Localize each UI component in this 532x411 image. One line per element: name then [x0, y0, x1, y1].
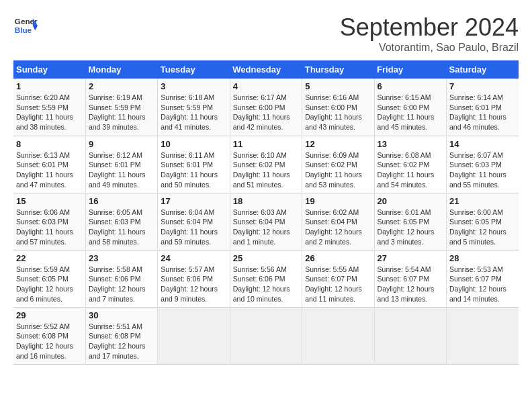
- calendar-cell: 27 Sunrise: 5:54 AM Sunset: 6:07 PM Dayl…: [374, 250, 446, 307]
- day-number: 24: [161, 253, 226, 263]
- day-info: Sunrise: 5:52 AM Sunset: 6:08 PM Dayligh…: [16, 322, 83, 361]
- calendar-cell: 30 Sunrise: 5:51 AM Sunset: 6:08 PM Dayl…: [85, 307, 157, 364]
- day-info: Sunrise: 5:55 AM Sunset: 6:07 PM Dayligh…: [305, 265, 371, 304]
- day-info: Sunrise: 6:11 AM Sunset: 6:01 PM Dayligh…: [161, 150, 226, 190]
- day-number: 25: [233, 253, 299, 263]
- day-number: 27: [378, 253, 443, 263]
- svg-text:Blue: Blue: [15, 26, 32, 34]
- day-info: Sunrise: 6:00 AM Sunset: 6:05 PM Dayligh…: [449, 208, 516, 247]
- calendar-cell: 6 Sunrise: 6:15 AM Sunset: 6:00 PM Dayli…: [374, 79, 446, 136]
- day-number: 13: [378, 139, 443, 149]
- day-info: Sunrise: 5:57 AM Sunset: 6:06 PM Dayligh…: [161, 265, 226, 304]
- header-sunday: Sunday: [13, 60, 85, 79]
- header-monday: Monday: [85, 60, 157, 79]
- calendar-cell: 25 Sunrise: 5:56 AM Sunset: 6:06 PM Dayl…: [230, 250, 302, 307]
- calendar-cell: 19 Sunrise: 6:02 AM Sunset: 6:04 PM Dayl…: [302, 193, 374, 250]
- calendar-cell: [374, 307, 446, 364]
- day-info: Sunrise: 6:05 AM Sunset: 6:03 PM Dayligh…: [89, 208, 154, 247]
- day-info: Sunrise: 6:02 AM Sunset: 6:04 PM Dayligh…: [305, 208, 371, 247]
- calendar-cell: 21 Sunrise: 6:00 AM Sunset: 6:05 PM Dayl…: [447, 193, 519, 250]
- header-saturday: Saturday: [447, 60, 519, 79]
- day-info: Sunrise: 6:03 AM Sunset: 6:04 PM Dayligh…: [233, 208, 299, 247]
- calendar-cell: 24 Sunrise: 5:57 AM Sunset: 6:06 PM Dayl…: [158, 250, 230, 307]
- day-info: Sunrise: 6:07 AM Sunset: 6:03 PM Dayligh…: [449, 150, 516, 190]
- day-number: 5: [305, 81, 371, 91]
- day-number: 8: [16, 139, 83, 149]
- header-friday: Friday: [374, 60, 446, 79]
- calendar-cell: 5 Sunrise: 6:16 AM Sunset: 6:00 PM Dayli…: [302, 79, 374, 136]
- day-info: Sunrise: 6:20 AM Sunset: 5:59 PM Dayligh…: [16, 93, 83, 132]
- day-info: Sunrise: 5:53 AM Sunset: 6:07 PM Dayligh…: [449, 265, 516, 304]
- calendar-cell: 28 Sunrise: 5:53 AM Sunset: 6:07 PM Dayl…: [447, 250, 519, 307]
- month-title: September 2024: [340, 13, 519, 42]
- day-info: Sunrise: 6:13 AM Sunset: 6:01 PM Dayligh…: [16, 150, 83, 190]
- calendar-cell: 4 Sunrise: 6:17 AM Sunset: 6:00 PM Dayli…: [230, 79, 302, 136]
- logo: General Blue: [13, 13, 38, 38]
- day-info: Sunrise: 6:15 AM Sunset: 6:00 PM Dayligh…: [378, 93, 443, 132]
- day-info: Sunrise: 6:18 AM Sunset: 5:59 PM Dayligh…: [161, 93, 226, 132]
- calendar-cell: 17 Sunrise: 6:04 AM Sunset: 6:04 PM Dayl…: [158, 193, 230, 250]
- day-number: 26: [305, 253, 371, 263]
- day-number: 4: [233, 81, 299, 91]
- calendar-table: Sunday Monday Tuesday Wednesday Thursday…: [13, 60, 519, 365]
- day-number: 10: [161, 139, 226, 149]
- calendar-cell: 8 Sunrise: 6:13 AM Sunset: 6:01 PM Dayli…: [13, 136, 85, 193]
- day-info: Sunrise: 6:01 AM Sunset: 6:05 PM Dayligh…: [378, 208, 443, 247]
- day-number: 3: [161, 81, 226, 91]
- day-info: Sunrise: 6:06 AM Sunset: 6:03 PM Dayligh…: [16, 208, 83, 247]
- calendar-cell: 13 Sunrise: 6:08 AM Sunset: 6:02 PM Dayl…: [374, 136, 446, 193]
- day-number: 1: [16, 81, 83, 91]
- day-info: Sunrise: 6:04 AM Sunset: 6:04 PM Dayligh…: [161, 208, 226, 247]
- day-info: Sunrise: 6:10 AM Sunset: 6:02 PM Dayligh…: [233, 150, 299, 190]
- page-header: General Blue September 2024 Votorantim, …: [13, 13, 519, 54]
- day-number: 23: [89, 253, 154, 263]
- day-info: Sunrise: 5:58 AM Sunset: 6:06 PM Dayligh…: [89, 265, 154, 304]
- calendar-cell: 10 Sunrise: 6:11 AM Sunset: 6:01 PM Dayl…: [158, 136, 230, 193]
- calendar-cell: 2 Sunrise: 6:19 AM Sunset: 5:59 PM Dayli…: [85, 79, 157, 136]
- calendar-cell: 14 Sunrise: 6:07 AM Sunset: 6:03 PM Dayl…: [447, 136, 519, 193]
- week-row-5: 29 Sunrise: 5:52 AM Sunset: 6:08 PM Dayl…: [13, 307, 519, 364]
- weekday-header-row: Sunday Monday Tuesday Wednesday Thursday…: [13, 60, 519, 79]
- week-row-4: 22 Sunrise: 5:59 AM Sunset: 6:05 PM Dayl…: [13, 250, 519, 307]
- day-number: 6: [378, 81, 443, 91]
- week-row-1: 1 Sunrise: 6:20 AM Sunset: 5:59 PM Dayli…: [13, 79, 519, 136]
- day-number: 12: [305, 139, 371, 149]
- calendar-cell: 3 Sunrise: 6:18 AM Sunset: 5:59 PM Dayli…: [158, 79, 230, 136]
- day-info: Sunrise: 6:19 AM Sunset: 5:59 PM Dayligh…: [89, 93, 154, 132]
- day-number: 22: [16, 253, 83, 263]
- day-number: 17: [161, 196, 226, 206]
- day-number: 2: [89, 81, 154, 91]
- day-number: 11: [233, 139, 299, 149]
- calendar-cell: 26 Sunrise: 5:55 AM Sunset: 6:07 PM Dayl…: [302, 250, 374, 307]
- calendar-cell: [158, 307, 230, 364]
- calendar-cell: 23 Sunrise: 5:58 AM Sunset: 6:06 PM Dayl…: [85, 250, 157, 307]
- header-wednesday: Wednesday: [230, 60, 302, 79]
- day-info: Sunrise: 5:59 AM Sunset: 6:05 PM Dayligh…: [16, 265, 83, 304]
- week-row-2: 8 Sunrise: 6:13 AM Sunset: 6:01 PM Dayli…: [13, 136, 519, 193]
- title-block: September 2024 Votorantim, Sao Paulo, Br…: [340, 13, 519, 54]
- day-number: 18: [233, 196, 299, 206]
- day-info: Sunrise: 6:16 AM Sunset: 6:00 PM Dayligh…: [305, 93, 371, 132]
- calendar-cell: [447, 307, 519, 364]
- calendar-cell: [230, 307, 302, 364]
- day-number: 19: [305, 196, 371, 206]
- calendar-cell: 22 Sunrise: 5:59 AM Sunset: 6:05 PM Dayl…: [13, 250, 85, 307]
- day-number: 21: [449, 196, 516, 206]
- calendar-cell: 15 Sunrise: 6:06 AM Sunset: 6:03 PM Dayl…: [13, 193, 85, 250]
- day-info: Sunrise: 6:08 AM Sunset: 6:02 PM Dayligh…: [378, 150, 443, 190]
- day-number: 28: [449, 253, 516, 263]
- day-number: 30: [89, 310, 154, 320]
- day-info: Sunrise: 6:09 AM Sunset: 6:02 PM Dayligh…: [305, 150, 371, 190]
- calendar-cell: 1 Sunrise: 6:20 AM Sunset: 5:59 PM Dayli…: [13, 79, 85, 136]
- day-number: 15: [16, 196, 83, 206]
- calendar-cell: 16 Sunrise: 6:05 AM Sunset: 6:03 PM Dayl…: [85, 193, 157, 250]
- week-row-3: 15 Sunrise: 6:06 AM Sunset: 6:03 PM Dayl…: [13, 193, 519, 250]
- day-info: Sunrise: 5:51 AM Sunset: 6:08 PM Dayligh…: [89, 322, 154, 361]
- day-info: Sunrise: 5:54 AM Sunset: 6:07 PM Dayligh…: [378, 265, 443, 304]
- calendar-cell: 12 Sunrise: 6:09 AM Sunset: 6:02 PM Dayl…: [302, 136, 374, 193]
- calendar-cell: 18 Sunrise: 6:03 AM Sunset: 6:04 PM Dayl…: [230, 193, 302, 250]
- svg-marker-3: [33, 26, 38, 30]
- day-number: 14: [449, 139, 516, 149]
- calendar-cell: 7 Sunrise: 6:14 AM Sunset: 6:01 PM Dayli…: [447, 79, 519, 136]
- day-number: 20: [378, 196, 443, 206]
